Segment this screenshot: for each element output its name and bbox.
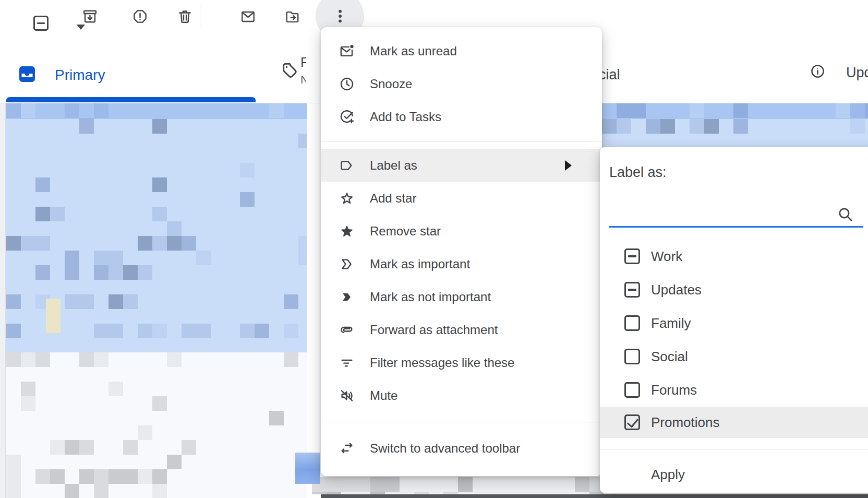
checkbox-unchecked-icon [624, 349, 640, 364]
label-as-submenu: Label as: Work Updates Family [600, 147, 868, 493]
tab-promotions-subtitle: New [300, 73, 306, 87]
menu-item-filter-messages[interactable]: Filter messages like these [321, 346, 602, 379]
blurred-avatar-block [295, 453, 320, 484]
menu-item-label: Add star [370, 191, 416, 206]
submenu-divider [600, 449, 868, 449]
checkbox-indeterminate-icon [624, 248, 640, 264]
menu-item-mark-as-not-important[interactable]: Mark as not important [321, 280, 602, 313]
label-option-social[interactable]: Social [600, 340, 868, 373]
menu-item-label: Switch to advanced toolbar [370, 441, 520, 456]
more-vert-icon [332, 7, 348, 25]
delete-button[interactable] [177, 8, 193, 25]
label-option-forums[interactable]: Forums [600, 373, 868, 407]
email-row-selected-header[interactable] [6, 103, 307, 119]
checkbox-unchecked-icon [624, 315, 640, 331]
menu-item-label: Label as [370, 158, 417, 173]
checkbox-unchecked-icon [624, 382, 640, 398]
mark-as-read-button[interactable] [239, 9, 257, 25]
toolbar-divider [200, 4, 200, 28]
archive-icon [82, 8, 98, 25]
report-spam-icon [132, 8, 148, 25]
mark-unread-icon [339, 43, 355, 59]
label-option-updates[interactable]: Updates [600, 273, 868, 306]
submenu-title: Label as: [609, 164, 667, 181]
star-outline-icon [339, 191, 355, 206]
tab-primary-label[interactable]: Primary [55, 67, 105, 84]
menu-item-label: Forward as attachment [370, 323, 498, 337]
menu-item-add-to-tasks[interactable]: Add to Tasks [321, 100, 602, 133]
menu-item-label: Snooze [370, 77, 412, 91]
menu-item-mute[interactable]: Mute [321, 379, 602, 412]
email-list-selected-rows-right[interactable] [602, 119, 868, 147]
select-all-checkbox[interactable] [16, 7, 35, 27]
tab-promotions-label: Promotions [300, 54, 306, 70]
menu-item-remove-star[interactable]: Remove star [321, 215, 602, 247]
menu-item-add-star[interactable]: Add star [321, 182, 602, 215]
filter-icon [339, 355, 355, 371]
star-filled-icon [339, 223, 355, 239]
add-to-tasks-icon [339, 109, 355, 125]
search-icon [837, 206, 854, 223]
blurred-highlight-block [46, 299, 61, 333]
label-search-input[interactable] [609, 199, 863, 228]
tab-updates[interactable] [810, 63, 826, 79]
trash-icon [177, 8, 193, 25]
search-underline [609, 226, 863, 228]
menu-item-mark-as-unread[interactable]: Mark as unread [321, 34, 602, 67]
envelope-icon [239, 9, 257, 25]
select-dropdown-button[interactable] [37, 10, 52, 24]
menu-item-snooze[interactable]: Snooze [321, 67, 602, 100]
archive-button[interactable] [82, 8, 98, 25]
menu-item-label: Mute [370, 388, 397, 403]
important-outline-icon [339, 256, 355, 272]
checkbox-indeterminate-icon [624, 282, 640, 298]
move-to-button[interactable] [284, 9, 301, 25]
menu-divider [321, 412, 602, 432]
tab-promotions[interactable] [281, 61, 299, 80]
menu-item-label: Filter messages like these [370, 355, 514, 370]
snooze-clock-icon [339, 76, 355, 92]
email-list-bottom-rows[interactable] [312, 477, 604, 494]
menu-item-switch-toolbar[interactable]: Switch to advanced toolbar [321, 432, 602, 465]
label-option-promotions[interactable]: Promotions [600, 407, 868, 438]
more-actions-menu: Mark as unread Snooze Add to Tasks Label… [321, 27, 602, 476]
menu-item-label: Mark as not important [370, 290, 491, 304]
report-spam-button[interactable] [132, 8, 148, 25]
inbox-icon [19, 66, 35, 82]
menu-item-label-as[interactable]: Label as [321, 149, 602, 182]
tag-icon [281, 61, 299, 80]
menu-item-forward-as-attachment[interactable]: Forward as attachment [321, 313, 602, 346]
email-list-rows[interactable] [6, 352, 307, 498]
active-tab-indicator [6, 97, 256, 102]
folder-move-icon [284, 9, 301, 25]
label-option-family[interactable]: Family [600, 306, 868, 340]
email-row-selected-header-right[interactable] [602, 103, 868, 119]
submenu-arrow-icon [565, 160, 572, 171]
info-icon [810, 63, 826, 79]
tab-primary[interactable] [19, 66, 35, 82]
switch-arrows-icon [339, 441, 355, 456]
caret-down-icon [77, 25, 85, 30]
more-button[interactable] [332, 7, 348, 25]
mute-icon [339, 388, 355, 404]
apply-button[interactable]: Apply [600, 460, 868, 489]
menu-item-label: Mark as unread [370, 44, 457, 58]
menu-divider [321, 133, 602, 149]
menu-item-label: Mark as important [370, 257, 470, 271]
list-left-gutter [0, 103, 6, 498]
label-icon [339, 158, 355, 173]
menu-item-label: Add to Tasks [370, 110, 441, 124]
label-checkbox-list: Work Updates Family Social Forums Promot… [600, 240, 868, 438]
important-filled-icon [339, 289, 355, 305]
gmail-window: Primary Promotions New Social Updates [0, 0, 868, 498]
menu-item-label: Remove star [370, 224, 441, 239]
window-bottom-edge [321, 494, 868, 498]
attachment-icon [339, 322, 355, 338]
label-option-work[interactable]: Work [600, 240, 868, 273]
tab-updates-label[interactable]: Updates [846, 65, 868, 81]
tab-promotions-label-clipped[interactable]: Promotions New [300, 54, 306, 89]
menu-item-mark-as-important[interactable]: Mark as important [321, 247, 602, 280]
checkbox-checked-icon [624, 414, 640, 430]
